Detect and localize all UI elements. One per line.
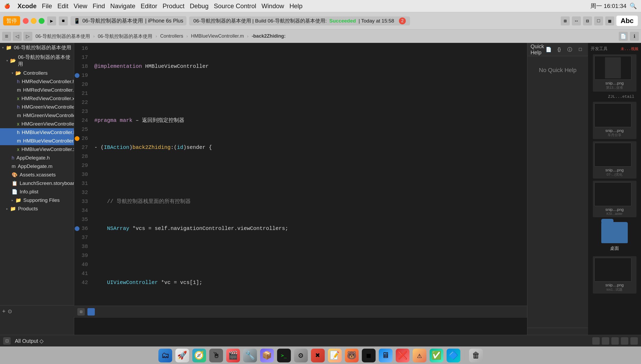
menu-editor[interactable]: Editor: [141, 2, 157, 10]
menu-navigate[interactable]: Navigate: [110, 2, 135, 10]
code-content[interactable]: 16 17 18 19 20 21: [74, 43, 527, 306]
minimize-button[interactable]: [31, 18, 37, 24]
error-badge[interactable]: 2: [399, 17, 406, 24]
search-icon[interactable]: 🔍: [630, 3, 637, 10]
dock-app3[interactable]: ❌: [396, 349, 409, 362]
desktop-folder[interactable]: 桌面: [593, 219, 636, 254]
dock-app5[interactable]: ✅: [430, 349, 443, 362]
dock-bear[interactable]: 🐻: [345, 349, 359, 362]
sidebar-item-project-root[interactable]: ▾ 📁 06-导航控制器的基本使用: [0, 43, 74, 52]
code-text[interactable]: @implementation HMBlueViewController #pr…: [90, 43, 527, 306]
sidebar-item-hmred-m[interactable]: m HMRedViewController.m: [0, 86, 74, 94]
sidebar-item-hmred-h[interactable]: h HMRedViewController.h: [0, 77, 74, 86]
console-icon-btn[interactable]: ⊡: [3, 337, 11, 345]
file-thumb-4[interactable]: snip....png KSI...aster: [593, 181, 636, 217]
menu-file[interactable]: File: [42, 2, 52, 10]
menu-help[interactable]: Help: [290, 2, 302, 10]
panel-toggle-left[interactable]: ⊞: [561, 16, 570, 25]
dock-launchpad[interactable]: 🚀: [175, 349, 189, 362]
dock-notes[interactable]: 📝: [328, 349, 342, 362]
quick-help-code-icon[interactable]: {}: [555, 45, 564, 54]
sidebar-item-products[interactable]: ▸ 📁 Products: [0, 205, 74, 213]
dock-mouse[interactable]: 🖱: [209, 349, 223, 362]
status-action-3[interactable]: [611, 337, 619, 345]
abc-button[interactable]: Abc: [616, 16, 638, 26]
console-toggle[interactable]: ⊡: [77, 308, 85, 316]
menu-edit[interactable]: Edit: [57, 2, 68, 10]
menu-product[interactable]: Product: [163, 2, 185, 10]
filter-button[interactable]: ⊙: [8, 308, 12, 314]
breadcrumb-5[interactable]: -back2Zhiding:: [250, 33, 287, 39]
sidebar-item-assets[interactable]: 🎨 Assets.xcassets: [0, 171, 74, 179]
dock-safari[interactable]: 🧭: [192, 349, 206, 362]
sidebar-item-hmgreen-h[interactable]: h HMGreenViewController.h: [0, 103, 74, 111]
sidebar-item-launchscreen[interactable]: 📋 LaunchScreen.storyboard: [0, 179, 74, 188]
stop-button[interactable]: ■: [59, 16, 68, 25]
menu-view[interactable]: View: [74, 2, 87, 10]
sidebar-item-controllers[interactable]: ▾ 📂 Controllers: [0, 69, 74, 77]
menu-xcode[interactable]: Xcode: [17, 2, 37, 10]
menu-find[interactable]: Find: [93, 2, 105, 10]
dock-finder2[interactable]: 🖥: [379, 349, 393, 362]
add-file-button[interactable]: +: [2, 308, 6, 315]
apple-menu[interactable]: 🍎: [4, 3, 10, 9]
console-active[interactable]: [87, 308, 95, 316]
dock-black1[interactable]: ◼: [362, 349, 376, 362]
status-action-2[interactable]: [602, 337, 609, 345]
quick-help-info-icon[interactable]: ⓘ: [565, 45, 574, 54]
dock-terminal[interactable]: >_: [277, 349, 291, 362]
close-button[interactable]: [23, 18, 29, 24]
status-action-4[interactable]: [621, 337, 628, 345]
code-view[interactable]: 16 17 18 19 20 21: [74, 43, 527, 306]
menu-debug[interactable]: Debug: [190, 2, 209, 10]
editor-toggle-2[interactable]: ▦: [605, 16, 614, 25]
sidebar-item-appdelegate-m[interactable]: m AppDelegate.m: [0, 162, 74, 171]
dock-tools[interactable]: 🔧: [243, 349, 257, 362]
dock-app1[interactable]: 📦: [260, 349, 274, 362]
status-action-5[interactable]: [630, 337, 638, 345]
dock-app6[interactable]: 🔷: [447, 349, 460, 362]
sidebar-item-appdelegate-h[interactable]: h AppDelegate.h: [0, 154, 74, 162]
editor-toggle-1[interactable]: □: [594, 16, 603, 25]
quick-help-layout-icon[interactable]: □: [576, 45, 585, 54]
quick-help-doc-icon[interactable]: 📄: [544, 45, 553, 54]
dock-trash[interactable]: 🗑: [469, 349, 483, 362]
panel-toggle-right[interactable]: ⊟: [583, 16, 592, 25]
menu-source-control[interactable]: Source Control: [214, 2, 256, 10]
file-thumb-5[interactable]: snip....png ios1...试题: [593, 256, 636, 294]
dock-finder[interactable]: 🗂: [158, 349, 172, 362]
sidebar-item-group[interactable]: ▾ 📂 06-导航控制器的基本使用: [0, 52, 74, 69]
file-thumb-1[interactable]: snip....png 第13...业准: [593, 54, 636, 92]
breadcrumb-3[interactable]: Controllers: [159, 33, 185, 39]
dock-movie[interactable]: 🎬: [226, 349, 240, 362]
file-thumb-3[interactable]: snip....png 07-...(优化: [593, 141, 636, 179]
dock-app4[interactable]: ⚠: [413, 349, 426, 362]
nav-forward[interactable]: ▷: [23, 32, 32, 41]
panel-toggle-center[interactable]: ↔: [572, 16, 581, 25]
sidebar-item-hmgreen-xib[interactable]: x HMGreenViewController.xib: [0, 120, 74, 128]
thumb-sublabel-1: 第13...业准: [594, 85, 635, 90]
sidebar-item-hmblue-m[interactable]: m HMBlueViewController.m: [0, 137, 74, 145]
menu-window[interactable]: Window: [261, 2, 284, 10]
file-thumb-2[interactable]: snip....png 车丹分享: [593, 102, 636, 139]
file-action-2[interactable]: ℹ: [630, 32, 639, 41]
output-label[interactable]: All Output ◇: [15, 338, 43, 344]
sidebar-item-hmred-xib[interactable]: x HMRedViewController.xib: [0, 94, 74, 103]
run-button[interactable]: ▶: [47, 16, 56, 25]
dock-settings[interactable]: ⚙: [294, 349, 308, 362]
sidebar-toggle[interactable]: ≡: [2, 32, 11, 41]
breadcrumb-1[interactable]: 06-导航控制器的基本使用: [34, 33, 92, 40]
dock-xmind[interactable]: ✖: [311, 349, 325, 362]
nav-back[interactable]: ◁: [13, 32, 22, 41]
maximize-button[interactable]: [39, 18, 44, 24]
sidebar-item-hmblue-xib[interactable]: x HMBlueViewController.xib: [0, 145, 74, 154]
breadcrumb-4[interactable]: HMBlueViewController.m: [189, 33, 246, 39]
file-action-1[interactable]: 📄: [619, 32, 628, 41]
sidebar-item-hmblue-h[interactable]: h HMBlueViewController.h: [0, 128, 74, 137]
breadcrumb-2[interactable]: 06-导航控制器的基本使用: [96, 33, 154, 40]
sidebar-item-supporting[interactable]: ▸ 📁 Supporting Files: [0, 196, 74, 205]
status-action-1[interactable]: [592, 337, 600, 345]
sidebar-item-hmgreen-m[interactable]: m HMGreenViewController.m: [0, 111, 74, 120]
sidebar-item-infoplist[interactable]: 📄 Info.plist: [0, 188, 74, 196]
scheme-selector[interactable]: 📱 06-导航控制器的基本使用 | iPhone 6s Plus: [70, 16, 186, 25]
